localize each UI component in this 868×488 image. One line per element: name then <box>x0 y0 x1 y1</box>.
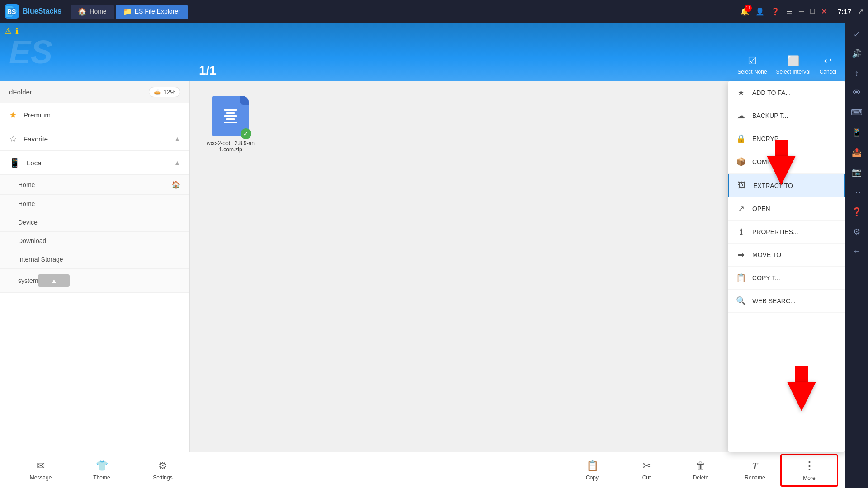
header-actions: ☑ Select None ⬜ Select Interval ↩ Cancel <box>737 55 836 75</box>
cancel-label: Cancel <box>820 69 836 75</box>
cancel-button[interactable]: ↩ Cancel <box>820 55 836 75</box>
ctx-extract-to[interactable]: 🖼 EXTRACT TO <box>728 174 845 197</box>
select-none-label: Select None <box>737 69 767 75</box>
sidebar-item-internal-storage[interactable]: Internal Storage <box>0 250 189 269</box>
main-area: dFolder 🥧 12% ★ Premium ☆ Favorite ▲ <box>0 81 845 452</box>
side-more-icon[interactable]: ⋯ <box>851 185 863 199</box>
toolbar-copy[interactable]: 📋 Copy <box>565 456 619 484</box>
toolbar-theme[interactable]: 👕 Theme <box>72 456 131 484</box>
ctx-web-search[interactable]: 🔍 WEB SEARC... <box>728 290 845 313</box>
ctx-extract-label: EXTRACT TO <box>753 182 793 189</box>
device-label: Device <box>18 219 38 226</box>
side-phone-icon[interactable]: 📱 <box>850 126 863 139</box>
side-eye-icon[interactable]: 👁 <box>851 86 863 99</box>
cut-label: Cut <box>642 474 651 481</box>
more-label: More <box>803 475 815 481</box>
zip-dash-5 <box>224 122 237 123</box>
home-tab-icon: 🏠 <box>78 7 87 16</box>
time-display: 7:17 <box>838 8 851 15</box>
ctx-move-icon: ➡ <box>736 250 746 260</box>
toolbar-rename[interactable]: T Rename <box>728 456 782 484</box>
maximize-button[interactable]: □ <box>810 7 815 15</box>
tab-home[interactable]: 🏠 Home <box>71 5 113 19</box>
sidebar: dFolder 🥧 12% ★ Premium ☆ Favorite ▲ <box>0 81 190 452</box>
sidebar-item-premium[interactable]: ★ Premium <box>0 103 189 127</box>
copy-icon: 📋 <box>586 460 599 472</box>
scroll-up-button[interactable]: ▲ <box>38 274 70 287</box>
ctx-move-to[interactable]: ➡ MOVE TO <box>728 244 845 267</box>
delete-icon: 🗑 <box>696 460 706 472</box>
theme-label: Theme <box>93 474 110 481</box>
side-rotate-icon[interactable]: ↕ <box>853 67 861 80</box>
ctx-properties-icon: ℹ <box>736 227 746 237</box>
select-interval-button[interactable]: ⬜ Select Interval <box>776 55 811 75</box>
sidebar-item-home1[interactable]: Home 🏠 <box>0 175 189 195</box>
bluestacks-logo: BS <box>5 4 19 19</box>
side-camera-icon[interactable]: 📷 <box>850 165 863 179</box>
select-interval-icon: ⬜ <box>787 55 799 67</box>
more-icon: ⋮ <box>804 460 815 472</box>
ctx-move-label: MOVE TO <box>752 251 781 258</box>
sidebar-item-system[interactable]: system ▲ <box>0 269 189 293</box>
side-share-icon[interactable]: 📤 <box>850 145 863 159</box>
ctx-compress-icon: 📦 <box>736 157 746 167</box>
ctx-copy-label: COPY T... <box>752 274 780 282</box>
delete-label: Delete <box>693 474 709 481</box>
ctx-encrypt[interactable]: 🔒 ENCRYP... <box>728 127 845 150</box>
toolbar-message[interactable]: ✉ Message <box>9 456 72 484</box>
toolbar-delete[interactable]: 🗑 Delete <box>674 456 728 484</box>
ctx-add-favorite-label: ADD TO FA... <box>752 89 791 96</box>
storage-percent: 12% <box>164 89 175 95</box>
file-item-zip[interactable]: ✓ wcc-2-obb_2.8.9-an1.com.zip <box>199 90 262 158</box>
toolbar-settings[interactable]: ⚙ Settings <box>131 456 194 484</box>
select-none-button[interactable]: ☑ Select None <box>737 55 767 75</box>
side-keyboard-icon[interactable]: ⌨ <box>849 106 864 119</box>
minimize-button[interactable]: ─ <box>799 7 804 15</box>
side-help-icon[interactable]: ❓ <box>850 205 863 219</box>
zip-dash-1 <box>224 109 237 111</box>
sidebar-item-home2[interactable]: Home <box>0 195 189 213</box>
side-expand-icon[interactable]: ⤢ <box>852 27 862 41</box>
side-volume-icon[interactable]: 🔊 <box>850 47 863 61</box>
ctx-copy-to[interactable]: 📋 COPY T... <box>728 267 845 290</box>
sidebar-item-premium-label: Premium <box>24 111 180 119</box>
expand-icon[interactable]: ⤢ <box>858 7 863 16</box>
side-back-icon[interactable]: ← <box>851 245 863 258</box>
rename-label: Rename <box>745 474 765 481</box>
ctx-compress-label: COMPRESS... <box>752 158 794 165</box>
sidebar-item-device[interactable]: Device <box>0 213 189 232</box>
close-button[interactable]: ✕ <box>821 7 827 16</box>
sidebar-item-download[interactable]: Download <box>0 232 189 250</box>
system-label: system <box>18 277 38 284</box>
local-icon: 📱 <box>9 157 20 168</box>
ctx-add-favorite[interactable]: ★ ADD TO FA... <box>728 81 845 104</box>
ctx-web-search-label: WEB SEARC... <box>752 297 796 305</box>
help-icon[interactable]: ❓ <box>771 7 780 16</box>
side-settings-icon[interactable]: ⚙ <box>851 225 862 239</box>
sidebar-item-local[interactable]: 📱 Local ▲ <box>0 151 189 175</box>
toolbar-cut[interactable]: ✂ Cut <box>619 456 674 484</box>
ctx-properties-label: PROPERTIES... <box>752 228 798 235</box>
ctx-open[interactable]: ↗ OPEN <box>728 197 845 221</box>
tab-es-file-explorer[interactable]: 📁 ES File Explorer <box>116 5 188 19</box>
sidebar-item-favorite[interactable]: ☆ Favorite ▲ <box>0 127 189 151</box>
account-icon[interactable]: 👤 <box>755 7 764 16</box>
file-icon-wrap: ✓ <box>212 96 249 136</box>
tab-es-label: ES File Explorer <box>135 8 180 15</box>
sidebar-item-favorite-label: Favorite <box>24 135 174 143</box>
notification-count: 11 <box>745 5 752 12</box>
ctx-backup-label: BACKUP T... <box>752 112 788 119</box>
toolbar-more[interactable]: ⋮ More <box>782 456 836 485</box>
zip-dash-2 <box>226 112 235 114</box>
sidebar-item-local-label: Local <box>27 159 174 167</box>
brand-name: BlueStacks <box>23 7 61 15</box>
ctx-properties[interactable]: ℹ PROPERTIES... <box>728 221 845 244</box>
ctx-backup[interactable]: ☁ BACKUP T... <box>728 104 845 127</box>
message-label: Message <box>30 474 52 481</box>
ctx-copy-icon: 📋 <box>736 273 746 283</box>
settings-label: Settings <box>153 474 172 481</box>
notification-bell[interactable]: 🔔 11 <box>740 7 749 16</box>
ctx-search-icon: 🔍 <box>736 296 746 306</box>
ctx-compress[interactable]: 📦 COMPRESS... <box>728 150 845 174</box>
menu-icon[interactable]: ☰ <box>786 7 793 16</box>
